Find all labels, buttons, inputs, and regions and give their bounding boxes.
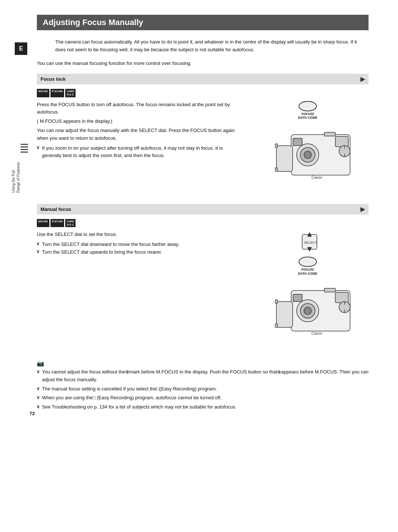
note-item-1: You cannot adjust the focus without the⊕… <box>37 368 369 384</box>
focus-lock-content: Press the FOCUS button to turn off autof… <box>37 101 369 198</box>
page-number: 72 <box>29 411 35 416</box>
focus-lock-title: Focus lock <box>41 76 66 82</box>
focus-lock-badges: MOVIE P.SCAN CARDR E C <box>37 89 369 97</box>
focus-button-diagram-1: FOCUS/DATA CODE <box>298 101 317 120</box>
focus-oval-2 <box>298 257 317 267</box>
note-item-4: See Troubleshooting on p. 134 for a list… <box>37 403 369 411</box>
manual-focus-title: Manual focus <box>41 206 71 212</box>
notes-section: 📷 You cannot adjust the focus without th… <box>37 360 369 411</box>
svg-rect-12 <box>275 144 277 147</box>
focus-label-2: FOCUS/DATA CODE <box>298 268 317 276</box>
page-title: Adjusting Focus Manually <box>37 15 369 30</box>
e-badge: E <box>15 42 27 55</box>
svg-text:Canon: Canon <box>311 175 322 180</box>
manual-focus-icon: ▶ <box>360 206 365 213</box>
sidebar-label: Using the Full Range of Features <box>11 162 21 193</box>
manual-focus-bullet-2: Turn the SELECT dial upwards to bring th… <box>37 248 243 256</box>
manual-focus-bullet-1: Turn the SELECT dial downward to move th… <box>37 241 243 248</box>
page: Adjusting Focus Manually E The camera ca… <box>0 0 398 427</box>
note-item-3: When you are using the□ (Easy Recording)… <box>37 394 369 402</box>
focus-lock-para1: Press the FOCUS button to turn off autof… <box>37 101 243 117</box>
camera-diagram-1: Canon <box>254 124 365 197</box>
badge-movie-2: MOVIE <box>37 219 49 227</box>
badge-card-rec-2: CARDR E C <box>65 219 76 227</box>
focus-oval-1 <box>298 101 317 111</box>
manual-focus-text: Use the SELECT dial to set the focus. Tu… <box>37 231 243 353</box>
note-icon: 📷 <box>37 360 369 367</box>
svg-point-3 <box>304 151 311 159</box>
svg-rect-13 <box>275 168 277 171</box>
sidebar-decoration <box>21 144 28 153</box>
focus-lock-bullet-1: If you zoom in on your subject after tur… <box>37 145 243 160</box>
sidebar-text-line2: Range of Features <box>16 162 20 193</box>
manual-focus-para: Use the SELECT dial to set the focus. <box>37 231 243 239</box>
note-item-2: The manual focus setting is cancelled if… <box>37 385 369 393</box>
svg-rect-22 <box>335 292 348 303</box>
focus-lock-icon: ▶ <box>360 76 365 83</box>
manual-focus-image: SELECT FOCUS/DATA CODE <box>251 231 369 353</box>
focus-lock-para2: ( M.FOCUS appears in the display.) <box>37 118 243 125</box>
svg-text:Canon: Canon <box>311 331 322 335</box>
manual-focus-header: Manual focus ▶ <box>37 204 369 215</box>
focus-lock-bullets: If you zoom in on your subject after tur… <box>37 145 243 160</box>
svg-rect-10 <box>293 138 302 146</box>
svg-rect-30 <box>275 300 277 303</box>
focus-lock-para3: You can now adjust the focus manually wi… <box>37 127 243 142</box>
svg-rect-6 <box>324 132 335 136</box>
svg-rect-23 <box>276 302 293 327</box>
svg-rect-5 <box>276 146 293 171</box>
manual-focus-bullets: Turn the SELECT dial downward to move th… <box>37 241 243 256</box>
badge-pscan-2: P.SCAN <box>50 219 64 227</box>
manual-focus-content: Use the SELECT dial to set the focus. Tu… <box>37 231 369 353</box>
svg-rect-31 <box>275 324 277 327</box>
focus-lock-text: Press the FOCUS button to turn off autof… <box>37 101 243 198</box>
dial-arrows-diagram: SELECT <box>295 231 324 253</box>
intro-paragraph-2: You can use the manual focusing function… <box>37 60 369 67</box>
focus-button-diagram-2: FOCUS/DATA CODE <box>298 257 317 276</box>
camera-diagram-2: Canon <box>254 279 365 353</box>
focus-lock-image: FOCUS/DATA CODE <box>251 101 369 198</box>
badge-movie: MOVIE <box>37 89 49 97</box>
svg-point-21 <box>304 307 311 314</box>
intro-paragraph-1: The camera can focus automatically. All … <box>55 38 369 54</box>
sidebar-text-line1: Using the Full <box>11 170 15 193</box>
focus-lock-header: Focus lock ▶ <box>37 74 369 84</box>
svg-rect-24 <box>324 288 335 292</box>
svg-rect-4 <box>335 136 348 147</box>
manual-focus-badges: MOVIE P.SCAN CARDR E C <box>37 219 369 227</box>
focus-label-1: FOCUS/DATA CODE <box>298 112 317 120</box>
badge-pscan: P.SCAN <box>50 89 64 97</box>
svg-rect-28 <box>293 294 302 302</box>
badge-card-rec-1: CARDR E C <box>65 89 76 97</box>
svg-text:SELECT: SELECT <box>304 241 317 244</box>
